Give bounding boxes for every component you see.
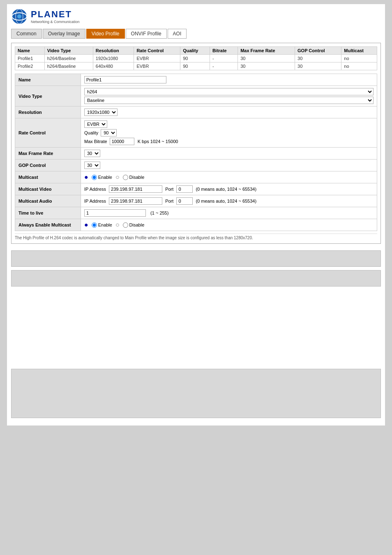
form-row-multicast-audio: Multicast Audio IP Address Port (0 means… [15, 195, 377, 207]
multicast-audio-cell: IP Address Port (0 means auto, 1024 ~ 65… [81, 195, 377, 207]
quality-select[interactable]: 90 80 70 60 [101, 129, 117, 136]
col-gop-control: GOP Control [295, 47, 341, 55]
planet-logo-icon [11, 8, 28, 25]
multicast-disable-radio[interactable] [123, 175, 128, 180]
always-enable-enable-label[interactable]: Enable [92, 222, 112, 228]
gop-control-label: GOP Control [15, 160, 81, 171]
form-row-gop-control: GOP Control 30 60 90 [15, 160, 377, 171]
form-table: Name Video Type h264 h265 MJPEG [15, 74, 377, 231]
row1-multicast: no [341, 55, 377, 62]
form-row-rate-control: Rate Control EVBR CBR VBR Quality [15, 118, 377, 148]
row1-rate-control: EVBR [134, 55, 180, 62]
form-row-time-to-live: Time to live (1 ~ 255) [15, 207, 377, 219]
tab-onvif-profile[interactable]: ONVIF Profile [126, 29, 167, 39]
form-row-resolution: Resolution 1920x1080 1280x720 640x480 [15, 106, 377, 118]
row2-max-frame-rate: 30 [238, 62, 295, 70]
multicast-label: Multicast [15, 171, 81, 183]
multicast-video-label: Multicast Video [15, 183, 81, 195]
row2-video-type: h264/Baseline [44, 62, 93, 70]
row2-rate-control: EVBR [134, 62, 180, 70]
name-value-cell [81, 74, 377, 86]
name-input[interactable] [84, 76, 166, 83]
max-bitrate-input[interactable] [110, 138, 134, 145]
row2-gop-control: 30 [295, 62, 341, 70]
col-quality: Quality [180, 47, 210, 55]
form-row-multicast-video: Multicast Video IP Address Port (0 means… [15, 183, 377, 195]
multicast-video-ip-label: IP Address [84, 187, 106, 192]
row2-bitrate: - [210, 62, 238, 70]
logo-text: PLANET Networking & Communication [31, 9, 80, 24]
row1-gop-control: 30 [295, 55, 341, 62]
row1-name: Profile1 [15, 55, 45, 62]
multicast-video-cell: IP Address Port (0 means auto, 1024 ~ 65… [81, 183, 377, 195]
form-row-multicast: Multicast ● Enable ○ Disable [15, 171, 377, 183]
max-frame-rate-cell: 30 25 15 [81, 148, 377, 160]
logo-area: PLANET Networking & Communication [11, 8, 381, 25]
resolution-select[interactable]: 1920x1080 1280x720 640x480 [84, 109, 118, 116]
time-to-live-input[interactable] [84, 209, 146, 217]
row1-quality: 90 [180, 55, 210, 62]
table-row[interactable]: Profile1 h264/Baseline 1920x1080 EVBR 90… [15, 55, 377, 62]
always-enable-disable-text: Disable [129, 222, 145, 227]
profile-table: Name Video Type Resolution Rate Control … [15, 46, 377, 70]
always-enable-disable-label[interactable]: Disable [123, 222, 145, 228]
tab-aoi[interactable]: AOI [168, 29, 187, 39]
multicast-audio-ip-input[interactable] [109, 197, 162, 205]
row1-resolution: 1920x1080 [93, 55, 134, 62]
row2-quality: 90 [180, 62, 210, 70]
form-row-name: Name [15, 74, 377, 86]
multicast-enable-radio[interactable] [92, 175, 97, 180]
multicast-audio-ip-label: IP Address [84, 199, 106, 204]
form-row-video-type: Video Type h264 h265 MJPEG Baseline Main… [15, 86, 377, 106]
video-type-codec-select[interactable]: h264 h265 MJPEG [84, 88, 374, 95]
col-bitrate: Bitrate [210, 47, 238, 55]
video-type-label: Video Type [15, 86, 81, 106]
form-row-max-frame-rate: Max Frame Rate 30 25 15 [15, 148, 377, 160]
max-frame-rate-label: Max Frame Rate [15, 148, 81, 160]
max-frame-rate-select[interactable]: 30 25 15 [84, 150, 100, 157]
multicast-audio-port-label: Port [165, 199, 173, 204]
tab-video-profile[interactable]: Video Profile [86, 29, 125, 39]
row1-video-type: h264/Baseline [44, 55, 93, 62]
quality-label: Quality [84, 130, 98, 135]
table-row[interactable]: Profile2 h264/Baseline 640x480 EVBR 90 -… [15, 62, 377, 70]
always-enable-label: Always Enable Multicast [15, 219, 81, 231]
tab-common[interactable]: Common [11, 29, 42, 39]
always-enable-cell: ● Enable ○ Disable [81, 219, 377, 231]
logo-sub-label: Networking & Communication [31, 20, 80, 24]
multicast-disable-label[interactable]: Disable [123, 175, 145, 180]
row2-resolution: 640x480 [93, 62, 134, 70]
rate-control-method-select[interactable]: EVBR CBR VBR [84, 120, 107, 128]
multicast-audio-port-input[interactable] [176, 197, 193, 205]
multicast-enable-label[interactable]: Enable [92, 175, 112, 180]
always-enable-enable-radio[interactable] [92, 222, 97, 228]
rate-control-label: Rate Control [15, 118, 81, 148]
logo-planet-label: PLANET [31, 9, 80, 20]
col-rate-control: Rate Control [134, 47, 180, 55]
col-max-frame-rate: Max Frame Rate [238, 47, 295, 55]
gray-box-2 [11, 270, 381, 287]
gop-control-select[interactable]: 30 60 90 [84, 162, 100, 169]
multicast-video-ip-input[interactable] [109, 185, 162, 193]
multicast-video-port-input[interactable] [176, 185, 193, 193]
always-enable-disable-radio[interactable] [123, 222, 128, 228]
col-multicast: Multicast [341, 47, 377, 55]
resolution-label: Resolution [15, 106, 81, 118]
tab-overlay-image[interactable]: Overlay Image [43, 29, 85, 39]
note-text: The High Profile of H.264 codec is autom… [15, 234, 377, 240]
row1-max-frame-rate: 30 [238, 55, 295, 62]
multicast-video-port-note: (0 means auto, 1024 ~ 65534) [196, 187, 256, 192]
video-type-profile-select[interactable]: Baseline Main High [84, 97, 374, 104]
time-to-live-label: Time to live [15, 207, 81, 219]
multicast-enable-text: Enable [98, 175, 112, 180]
main-panel: Name Video Type Resolution Rate Control … [11, 43, 381, 244]
multicast-video-port-label: Port [165, 187, 173, 192]
gop-control-cell: 30 60 90 [81, 160, 377, 171]
multicast-audio-port-note: (0 means auto, 1024 ~ 65534) [196, 199, 256, 204]
svg-point-3 [17, 14, 21, 18]
multicast-audio-label: Multicast Audio [15, 195, 81, 207]
multicast-cell: ● Enable ○ Disable [81, 171, 377, 183]
row2-multicast: no [341, 62, 377, 70]
row2-name: Profile2 [15, 62, 45, 70]
rate-control-cell: EVBR CBR VBR Quality 90 80 70 60 [81, 118, 377, 148]
